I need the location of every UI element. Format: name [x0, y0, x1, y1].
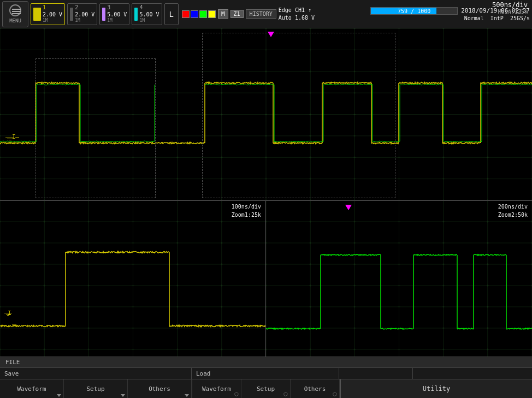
load-waveform-arrow: ⬡ — [234, 391, 239, 397]
ch1-coupling: 1M — [43, 18, 62, 23]
ch3-color — [102, 8, 105, 21]
ch1-num: 1 — [43, 4, 62, 11]
progress-label: 759 / 1000 — [371, 8, 457, 15]
utility-button[interactable]: Utility — [340, 379, 532, 398]
save-btn-group: Waveform Setup Others — [0, 379, 192, 398]
ch4-coupling: 1M — [139, 18, 159, 23]
ch1-ground-label: I — [12, 133, 16, 140]
ch3-volt: 5.00 V — [107, 11, 127, 18]
panel-separator — [0, 200, 532, 201]
save-section-label: Save — [0, 368, 192, 379]
zoom-panels: 100ns/div Zoom1:25k I 200ns/div Zoom2:50… — [0, 200, 532, 371]
bottom-toolbar: FILE Save Load Waveform Setup Others — [0, 357, 532, 398]
utility-section-label — [339, 368, 413, 379]
color-sq-green — [199, 10, 207, 18]
menu-label: MENU — [9, 18, 21, 23]
memory-main: Main:125k — [492, 9, 528, 15]
menu-button[interactable]: MENU — [2, 1, 28, 27]
zoom1-label: 100ns/div Zoom1:25k — [232, 203, 261, 219]
save-setup-button[interactable]: Setup — [64, 379, 128, 398]
Z1-badge[interactable]: Z1 — [230, 10, 244, 18]
ch1-badge[interactable]: 1 2.00 V 1M — [31, 3, 65, 25]
load-section-label: Load — [192, 368, 339, 379]
progress-bar: 759 / 1000 — [370, 7, 458, 15]
timescale-main: 500ns/div — [492, 1, 528, 9]
ch3-num: 3 — [107, 4, 127, 11]
trigger-type: Edge CH1 ↑ — [279, 7, 315, 14]
trigger-level: Auto 1.68 V — [279, 14, 315, 22]
ch3-coupling: 1M — [107, 18, 127, 23]
zoom2-panel: 200ns/div Zoom2:50k — [266, 200, 532, 371]
ch-L-badge[interactable]: L — [164, 3, 179, 25]
interp-label: IntP — [490, 15, 504, 21]
menu-icon — [9, 4, 21, 16]
ch4-volt: 5.00 V — [139, 11, 159, 18]
save-others-arrow — [185, 394, 189, 397]
ch4-badge[interactable]: 4 5.00 V 1M — [132, 3, 162, 25]
file-label: FILE — [5, 359, 20, 366]
trigger-marker-top — [268, 32, 274, 37]
color-sq-yellow — [208, 10, 216, 18]
ground-marker-zoom1 — [4, 313, 12, 316]
main-waveform-panel: I — [0, 28, 532, 200]
load-others-arrow: ⬡ — [333, 391, 337, 397]
ch3-badge[interactable]: 3 5.00 V 1M — [99, 3, 129, 25]
ch1-volt: 2.00 V — [43, 11, 62, 18]
zoom2-memory: Zoom2:50k — [498, 211, 528, 219]
samplerate-label: 25GS/s — [510, 15, 530, 21]
oscilloscope-display: I 100ns/div Zoom1:25k I 200ns/div — [0, 28, 532, 357]
color-sq-red — [182, 10, 190, 18]
save-waveform-button[interactable]: Waveform — [0, 379, 64, 398]
zoom1-timescale: 100ns/div — [232, 203, 261, 211]
ch2-coupling: 1M — [75, 18, 94, 23]
ch1-color — [33, 8, 41, 21]
M-badge[interactable]: M — [218, 9, 228, 19]
ch2-volt: 2.00 V — [75, 11, 94, 18]
load-waveform-button[interactable]: Waveform ⬡ — [192, 379, 241, 398]
load-setup-button[interactable]: Setup ⬡ — [241, 379, 291, 398]
trigger-info: Edge CH1 ↑ Auto 1.68 V — [279, 7, 315, 22]
load-setup-arrow: ⬡ — [283, 391, 288, 397]
save-others-button[interactable]: Others — [128, 379, 192, 398]
zoom1-memory: Zoom1:25k — [232, 211, 261, 219]
color-sq-blue — [191, 10, 198, 18]
button-row-labels: Save Load — [0, 368, 532, 380]
zoom1-panel: 100ns/div Zoom1:25k I — [0, 200, 266, 371]
timescale-display: 500ns/div Main:125k — [492, 1, 528, 15]
mode-label: Normal — [464, 15, 484, 21]
button-row: Waveform Setup Others Waveform ⬡ Setup ⬡ — [0, 379, 532, 398]
ch2-color — [70, 8, 73, 21]
zoom2-label: 200ns/div Zoom2:50k — [498, 203, 528, 219]
zoom2-timescale: 200ns/div — [498, 203, 528, 211]
load-others-button[interactable]: Others ⬡ — [291, 379, 340, 398]
load-btn-group: Waveform ⬡ Setup ⬡ Others ⬡ — [192, 379, 340, 398]
ch4-num: 4 — [139, 4, 159, 11]
ch-L-label: L — [169, 10, 174, 19]
ch2-num: 2 — [75, 4, 94, 11]
save-setup-arrow — [121, 394, 125, 397]
trigger-marker-zoom2 — [345, 205, 352, 210]
file-row: FILE — [0, 357, 532, 368]
save-waveform-arrow — [57, 394, 61, 397]
history-button[interactable]: HISTORY — [246, 9, 276, 19]
ch2-badge[interactable]: 2 2.00 V 1M — [67, 3, 97, 25]
ch4-color — [134, 8, 138, 21]
